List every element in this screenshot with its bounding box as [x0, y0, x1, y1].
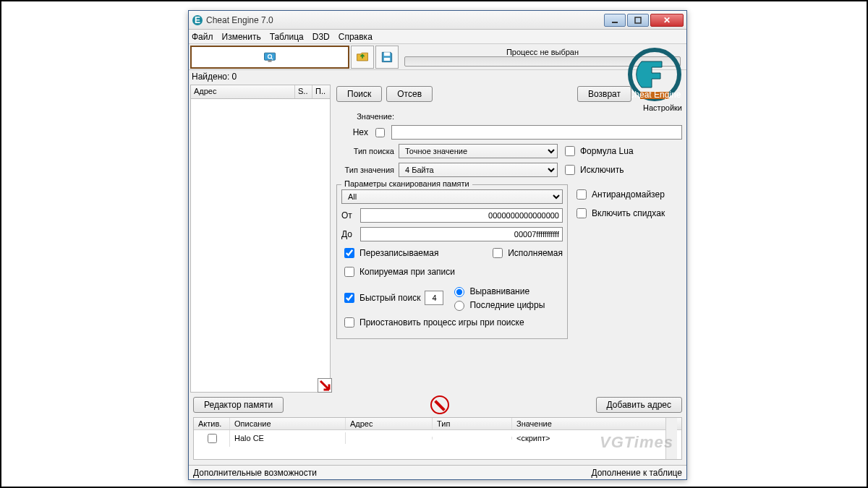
svg-rect-3 — [635, 17, 641, 23]
toolbar: Процесс не выбран — [189, 44, 686, 70]
fast-value-input[interactable] — [425, 291, 443, 305]
scan-params-group: Параметры сканирования памяти All От До … — [336, 184, 568, 339]
minimize-button[interactable] — [604, 14, 626, 27]
search-type-label: Тип поиска — [336, 147, 394, 155]
value-type-select[interactable]: 4 Байта — [399, 163, 558, 177]
antirand-checkbox[interactable] — [576, 189, 587, 200]
cow-checkbox[interactable] — [344, 267, 354, 277]
value-input[interactable] — [391, 125, 682, 140]
executable-checkbox[interactable] — [493, 248, 503, 258]
th-addr[interactable]: Адрес — [346, 418, 433, 429]
titlebar[interactable]: E Cheat Engine 7.0 ✕ — [189, 11, 686, 30]
writable-checkbox[interactable] — [344, 248, 354, 258]
maximize-button[interactable] — [627, 14, 649, 27]
region-select[interactable]: All — [341, 189, 563, 204]
to-input[interactable] — [360, 227, 563, 241]
menu-d3d[interactable]: D3D — [312, 32, 330, 42]
watermark: VGTimes — [600, 433, 673, 452]
menu-table[interactable]: Таблица — [270, 32, 304, 42]
pause-checkbox[interactable] — [344, 317, 354, 328]
results-header: Адрес S.. П.. — [190, 85, 331, 99]
open-file-button[interactable] — [351, 46, 374, 69]
svg-text:E: E — [195, 15, 200, 25]
menu-edit[interactable]: Изменить — [222, 32, 261, 42]
status-right[interactable]: Дополнение к таблице — [591, 468, 682, 478]
results-list[interactable] — [190, 99, 331, 393]
row-active-checkbox[interactable] — [208, 434, 217, 443]
speedhack-checkbox[interactable] — [576, 208, 587, 218]
svg-rect-5 — [268, 60, 272, 62]
exclude-checkbox[interactable] — [565, 165, 575, 175]
from-input[interactable] — [360, 208, 563, 223]
value-type-label: Тип значения — [336, 166, 394, 174]
memory-editor-button[interactable]: Редактор памяти — [193, 397, 284, 413]
app-window: E Cheat Engine 7.0 ✕ Файл Изменить Табли… — [188, 10, 687, 480]
lua-checkbox[interactable] — [565, 146, 575, 156]
last-digits-radio[interactable] — [454, 301, 464, 311]
app-icon: E — [192, 14, 203, 26]
no-sign-icon — [430, 395, 449, 414]
align-radio[interactable] — [454, 287, 464, 297]
save-button[interactable] — [375, 46, 399, 69]
menu-help[interactable]: Справка — [339, 32, 373, 42]
col-p[interactable]: П.. — [312, 85, 330, 98]
hex-checkbox[interactable] — [375, 128, 385, 137]
filter-button[interactable]: Отсев — [386, 86, 433, 102]
select-process-button[interactable] — [190, 46, 349, 69]
col-s[interactable]: S.. — [295, 85, 312, 98]
menu-file[interactable]: Файл — [192, 32, 213, 42]
window-title: Cheat Engine 7.0 — [206, 15, 603, 25]
svg-rect-9 — [384, 57, 390, 60]
th-type[interactable]: Тип — [433, 418, 512, 429]
th-active[interactable]: Актив. — [194, 418, 230, 429]
menubar: Файл Изменить Таблица D3D Справка — [189, 30, 686, 44]
value-label: Значение: — [336, 112, 394, 121]
search-type-select[interactable]: Точное значение — [399, 144, 558, 158]
found-label: Найдено: 0 — [189, 70, 686, 83]
svg-rect-4 — [265, 53, 276, 60]
col-address[interactable]: Адрес — [191, 85, 295, 98]
fast-checkbox[interactable] — [344, 293, 354, 303]
hex-label: Hex — [336, 127, 368, 137]
status-left[interactable]: Дополнительные возможности — [193, 468, 317, 478]
statusbar: Дополнительные возможности Дополнение к … — [189, 465, 686, 479]
add-address-button[interactable]: Добавить адрес — [596, 397, 682, 413]
search-button[interactable]: Поиск — [336, 86, 382, 102]
expand-arrow-button[interactable] — [318, 378, 332, 393]
th-desc[interactable]: Описание — [230, 418, 346, 429]
th-value[interactable]: Значение — [512, 418, 681, 429]
revert-button[interactable]: Возврат — [577, 86, 631, 102]
close-button[interactable]: ✕ — [650, 14, 684, 27]
svg-rect-8 — [384, 52, 390, 56]
